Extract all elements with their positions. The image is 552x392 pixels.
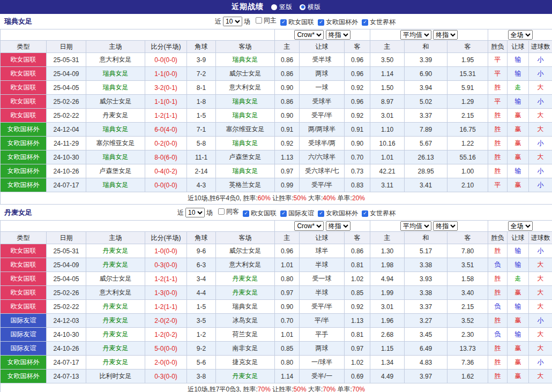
home-team-link[interactable]: 卢森堡女足	[86, 164, 145, 178]
result-outcome: 胜	[488, 342, 508, 356]
home-team-link[interactable]: 丹麦女足	[86, 109, 145, 123]
average-stage-select[interactable]: 终指	[433, 221, 458, 231]
avg-draw-odds: 26.13	[405, 150, 447, 164]
away-team-link[interactable]: 丹麦女足	[216, 370, 275, 383]
away-team-link[interactable]: 南非女足	[216, 342, 275, 356]
scope-select[interactable]: 全场	[508, 221, 533, 231]
handicap-away-odds: 0.90	[345, 137, 370, 150]
away-team-link[interactable]: 丹麦女足	[216, 272, 275, 286]
away-team-link[interactable]: 瑞典女足	[216, 95, 275, 109]
filter-checkbox-欧女国联[interactable]: ✓欧女国联	[280, 18, 314, 27]
away-team-link[interactable]: 瑞典女足	[216, 137, 275, 150]
corner-count: 3-4	[187, 272, 216, 286]
home-team-link[interactable]: 丹麦女足	[86, 342, 145, 356]
handicap-stage-select[interactable]: 终指	[326, 221, 350, 231]
handicap-home-odds: 0.92	[275, 137, 300, 150]
match-type-badge: 国际友谊	[1, 328, 47, 342]
col-hcap-away: 客	[345, 41, 370, 53]
match-type-badge: 欧女国联	[1, 272, 47, 286]
filter-checkbox-女欧国杯外[interactable]: ✓女欧国杯外	[318, 18, 358, 27]
home-team-link[interactable]: 威尔士女足	[86, 95, 145, 109]
handicap-away-odds: 0.73	[345, 164, 370, 178]
col-date: 日期	[47, 232, 86, 244]
handicap-away-odds: 0.92	[345, 109, 370, 123]
away-team-link[interactable]: 塞尔维亚女足	[216, 123, 275, 137]
home-team-link[interactable]: 丹麦女足	[86, 356, 145, 370]
away-team-link[interactable]: 瑞典女足	[216, 300, 275, 314]
layout-radio-vertical[interactable]: 竖版	[271, 3, 292, 12]
away-team-link[interactable]: 丹麦女足	[216, 286, 275, 300]
match-date: 24-11-29	[47, 137, 86, 150]
away-team-link[interactable]: 威尔士女足	[216, 244, 275, 258]
away-team-link[interactable]: 英格兰女足	[216, 178, 275, 192]
home-team-link[interactable]: 瑞典女足	[86, 67, 145, 81]
away-team-link[interactable]: 捷克女足	[216, 356, 275, 370]
home-team-link[interactable]: 瑞典女足	[86, 150, 145, 164]
avg-home-odds: 3.01	[370, 109, 405, 123]
home-team-link[interactable]: 瑞典女足	[86, 123, 145, 137]
home-team-link[interactable]: 丹麦女足	[86, 300, 145, 314]
result-goals: 小	[529, 95, 552, 109]
handicap-line: 球半	[300, 244, 345, 258]
filter-checkbox-女世界杯[interactable]: ✓女世界杯	[362, 209, 396, 218]
avg-home-odds: 1.98	[370, 258, 405, 272]
result-outcome: 胜	[488, 314, 508, 328]
score-halftime: 0-3(0-0)	[145, 370, 187, 383]
recent-count-select[interactable]: 10	[223, 17, 242, 26]
filter-checkbox-同客[interactable]: 同客	[218, 207, 239, 216]
recent-label: 近	[215, 17, 221, 26]
away-team-link[interactable]: 意大利女足	[216, 81, 275, 95]
result-goals: 小	[529, 164, 552, 178]
home-team-link[interactable]: 意大利女足	[86, 53, 145, 67]
handicap-line: 受半/一	[300, 370, 345, 383]
scope-select[interactable]: 全场	[508, 30, 533, 40]
unchecked-checkbox-icon	[218, 208, 225, 215]
away-team-link[interactable]: 冰岛女足	[216, 314, 275, 328]
home-team-link[interactable]: 瑞典女足	[86, 178, 145, 192]
filter-checkbox-女欧国杯外[interactable]: ✓女欧国杯外	[318, 209, 358, 218]
filter-checkbox-同主[interactable]: 同主	[256, 16, 277, 25]
home-team-link[interactable]: 威尔士女足	[86, 272, 145, 286]
avg-home-odds: 10.16	[370, 137, 405, 150]
col-date: 日期	[47, 41, 86, 53]
match-date: 24-10-30	[47, 328, 86, 342]
handicap-stage-select[interactable]: 终指	[326, 30, 350, 40]
avg-draw-odds: 3.38	[405, 258, 447, 272]
avg-away-odds: 55.16	[447, 150, 488, 164]
handicap-home-odds: 0.70	[275, 314, 300, 328]
away-team-link[interactable]: 瑞典女足	[216, 109, 275, 123]
home-team-link[interactable]: 丹麦女足	[86, 314, 145, 328]
home-team-link[interactable]: 意大利女足	[86, 286, 145, 300]
home-team-link[interactable]: 瑞典女足	[86, 81, 145, 95]
filter-checkbox-国际友谊[interactable]: ✓国际友谊	[280, 209, 314, 218]
filter-checkbox-女世界杯[interactable]: ✓女世界杯	[362, 18, 396, 27]
home-team-link[interactable]: 丹麦女足	[86, 328, 145, 342]
home-team-link[interactable]: 塞尔维亚女足	[86, 137, 145, 150]
average-stage-select[interactable]: 终指	[433, 30, 458, 40]
home-team-link[interactable]: 丹麦女足	[86, 258, 145, 272]
layout-radio-horizontal[interactable]: 横版	[300, 3, 320, 12]
match-date: 24-12-03	[47, 314, 86, 328]
result-handicap: 走	[508, 272, 529, 286]
average-source-select[interactable]: 平均值	[400, 30, 431, 40]
away-team-link[interactable]: 威尔士女足	[216, 67, 275, 81]
away-team-link[interactable]: 荷兰女足	[216, 328, 275, 342]
bookmaker-select[interactable]: Crow*	[294, 30, 324, 40]
summary-label: 大率:	[307, 194, 323, 202]
filter-checkbox-欧女国联[interactable]: ✓欧女国联	[243, 209, 277, 218]
away-team-link[interactable]: 瑞典女足	[216, 164, 275, 178]
away-team-link[interactable]: 瑞典女足	[216, 53, 275, 67]
recent-label: 近	[177, 208, 184, 217]
match-date: 24-07-17	[47, 356, 86, 370]
home-team-link[interactable]: 比利时女足	[86, 370, 145, 383]
away-team-link[interactable]: 卢森堡女足	[216, 150, 275, 164]
home-team-link[interactable]: 丹麦女足	[86, 244, 145, 258]
match-type-badge: 国际友谊	[1, 342, 47, 356]
away-team-link[interactable]: 意大利女足	[216, 258, 275, 272]
recent-count-select[interactable]: 10	[185, 208, 205, 217]
average-source-select[interactable]: 平均值	[400, 221, 431, 231]
bookmaker-select[interactable]: Crow*	[294, 221, 324, 231]
result-goals: 大	[529, 81, 552, 95]
table-row: 欧女国联25-02-26威尔士女足1-1(0-1)1-8瑞典女足0.86受球半0…	[1, 95, 552, 109]
table-row: 女欧国杯外24-12-04瑞典女足6-0(4-0)7-1塞尔维亚女足0.91两/…	[1, 123, 552, 137]
